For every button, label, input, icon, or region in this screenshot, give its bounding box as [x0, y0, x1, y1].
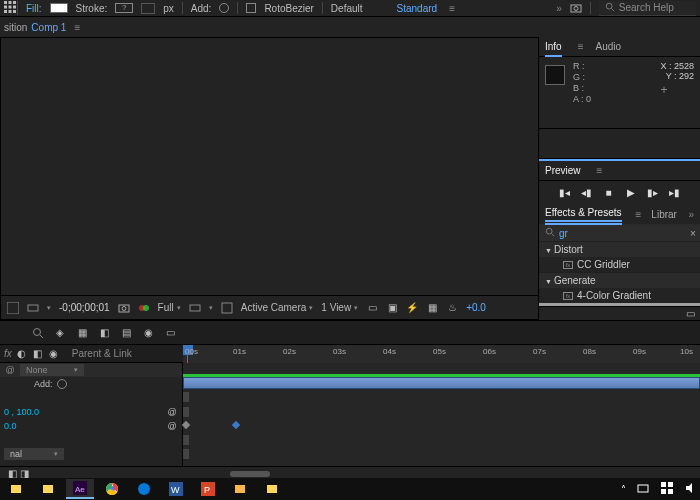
dropdown-arrow-icon[interactable]: ▾ [47, 304, 51, 312]
keyframe-marker[interactable] [183, 392, 189, 402]
layer-duration-bar[interactable] [183, 377, 700, 389]
tab-libraries[interactable]: Librar [651, 209, 677, 220]
search-help-field[interactable]: Search Help [599, 1, 696, 16]
shy-layers-icon[interactable]: ◧ [98, 327, 110, 339]
motion-blur-icon[interactable]: ◉ [142, 327, 154, 339]
resolution-icon[interactable] [27, 302, 39, 314]
frame-blend-icon[interactable]: ▤ [120, 327, 132, 339]
keyframe-marker[interactable] [183, 435, 189, 445]
blend-mode-dropdown[interactable]: nal▾ [4, 448, 64, 460]
tab-preview[interactable]: Preview [545, 165, 581, 176]
flowchart-icon[interactable]: ♨ [446, 302, 458, 314]
alpha-toggle-icon[interactable] [7, 302, 19, 314]
taskbar-app[interactable] [34, 479, 62, 499]
effects-category-distort[interactable]: ▼Distort [539, 241, 700, 257]
rotobezier-label[interactable]: RotoBezier [264, 3, 313, 14]
views-dropdown[interactable]: 1 View▾ [321, 302, 358, 313]
tab-audio[interactable]: Audio [596, 41, 622, 52]
last-frame-button[interactable]: ▸▮ [669, 186, 681, 198]
workspace-default[interactable]: Default [331, 3, 363, 14]
switches-icon[interactable]: ◐ [16, 348, 28, 360]
pickwhip-icon[interactable]: @ [4, 364, 16, 376]
workspace-standard[interactable]: Standard [397, 3, 438, 14]
stroke-label[interactable]: Stroke: [76, 3, 108, 14]
dropdown-arrow-icon[interactable]: ▾ [209, 304, 213, 312]
pixel-aspect-icon[interactable]: ▣ [386, 302, 398, 314]
effects-category-generate[interactable]: ▼Generate [539, 272, 700, 288]
add-vertex-button[interactable] [219, 3, 229, 13]
timeline-tracks[interactable] [183, 363, 700, 466]
play-button[interactable]: ▶ [625, 186, 637, 198]
taskbar-after-effects[interactable]: Ae [66, 479, 94, 499]
fast-preview-icon[interactable]: ⚡ [406, 302, 418, 314]
keyframe-marker[interactable] [183, 449, 189, 459]
graph-editor-icon[interactable]: ▭ [164, 327, 176, 339]
exposure-value[interactable]: +0.0 [466, 302, 486, 313]
comp-mini-flowchart-icon[interactable]: ◈ [54, 327, 66, 339]
parent-dropdown[interactable]: None▾ [20, 364, 84, 376]
tray-up-icon[interactable]: ˄ [621, 484, 626, 495]
effect-cc-griddler[interactable]: fxCC Griddler [539, 257, 700, 272]
position-value[interactable]: 0 , 100.0 [4, 407, 39, 417]
composition-viewer[interactable]: ▾ -0;00;00;01 Full▾ ▾ Active Camera▾ 1 V… [0, 37, 539, 320]
taskbar-word[interactable]: W [162, 479, 190, 499]
stroke-width-field[interactable] [141, 3, 155, 14]
pickwhip-icon[interactable]: @ [166, 406, 178, 418]
keyframe-diamond[interactable] [182, 421, 190, 429]
tl-search-icon[interactable] [32, 327, 44, 339]
composition-menu-icon[interactable]: ≡ [74, 22, 80, 33]
mask-toggle-icon[interactable] [221, 302, 233, 314]
first-frame-button[interactable]: ▮◂ [559, 186, 571, 198]
camera-dropdown[interactable]: Active Camera▾ [241, 302, 314, 313]
workspace-menu-icon[interactable]: ≡ [449, 3, 455, 14]
taskbar-chrome[interactable] [98, 479, 126, 499]
keyframe-diamond[interactable] [232, 421, 240, 429]
tray-windows-icon[interactable] [660, 481, 674, 497]
tab-effects-presets[interactable]: Effects & Presets [545, 207, 622, 222]
prev-frame-button[interactable]: ◂▮ [581, 186, 593, 198]
pickwhip-icon[interactable]: @ [166, 420, 178, 432]
clear-search-icon[interactable]: × [690, 228, 696, 239]
fill-label[interactable]: Fill: [26, 3, 42, 14]
new-bin-icon[interactable]: ▭ [684, 307, 696, 319]
stroke-swatch[interactable]: ? [115, 3, 133, 13]
modes-icon[interactable]: ◧ [32, 348, 44, 360]
taskbar-app[interactable] [226, 479, 254, 499]
effects-search-input[interactable] [559, 228, 686, 239]
time-ruler[interactable]: 00s 01s 02s 03s 04s 05s 06s 07s 08s 09s … [183, 345, 700, 363]
camera-snap-icon[interactable] [118, 302, 130, 314]
rotation-value[interactable]: 0.0 [4, 421, 17, 431]
fx-column-icon[interactable]: fx [4, 348, 12, 359]
tab-info[interactable]: Info [545, 41, 562, 52]
taskbar-powerpoint[interactable]: P [194, 479, 222, 499]
tray-network-icon[interactable] [636, 481, 650, 497]
taskbar-app[interactable] [258, 479, 286, 499]
panel-expand-icon[interactable]: » [688, 209, 694, 220]
stop-button[interactable]: ■ [603, 186, 615, 198]
effect-4-color-gradient[interactable]: fx4-Color Gradient [539, 288, 700, 303]
info-panel-menu-icon[interactable]: ≡ [578, 41, 584, 52]
timeline-zoom-scrollbar[interactable] [230, 471, 270, 477]
draft3d-icon[interactable]: ▦ [76, 327, 88, 339]
timeline-icon[interactable]: ▦ [426, 302, 438, 314]
contents-add-button[interactable] [57, 379, 67, 389]
taskbar-edge[interactable] [130, 479, 158, 499]
anchor-grid-icon[interactable] [4, 1, 18, 15]
view-options-icon[interactable]: ▭ [366, 302, 378, 314]
current-timecode[interactable]: -0;00;00;01 [59, 302, 110, 313]
rotobezier-checkbox[interactable] [246, 3, 256, 13]
expand-chevron-icon[interactable]: » [556, 3, 562, 14]
keyframe-marker[interactable] [183, 407, 189, 417]
grid-guides-icon[interactable] [189, 302, 201, 314]
tray-volume-icon[interactable] [684, 481, 698, 497]
snapshot-icon[interactable] [570, 2, 582, 14]
channel-icon[interactable] [138, 302, 150, 314]
preview-panel-menu-icon[interactable]: ≡ [597, 165, 603, 176]
next-frame-button[interactable]: ▮▸ [647, 186, 659, 198]
composition-tab-name[interactable]: Comp 1 [31, 22, 66, 33]
magnification-dropdown[interactable]: Full▾ [158, 302, 181, 313]
taskbar-app[interactable] [2, 479, 30, 499]
effects-panel-menu-icon[interactable]: ≡ [636, 209, 642, 220]
parentlink-header[interactable]: Parent & Link [72, 348, 132, 359]
av-icon[interactable]: ◉ [48, 348, 60, 360]
